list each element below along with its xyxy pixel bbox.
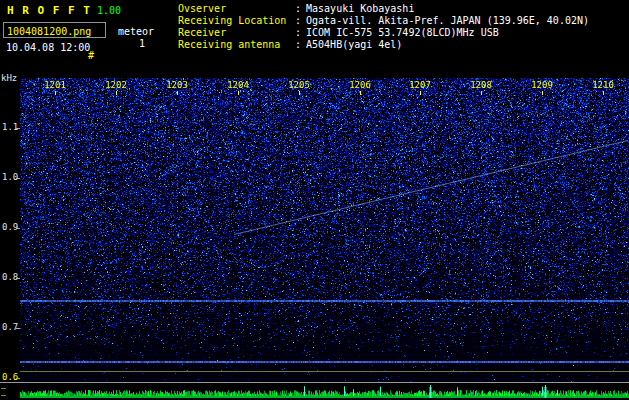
time-tick-label: 1203 (163, 80, 191, 90)
freq-tick (16, 378, 20, 379)
info-label: Receiver (178, 27, 295, 39)
app-version: 1.00 (97, 5, 121, 16)
time-tick-label: 1208 (467, 80, 495, 90)
hrofft-window: { "header": { "app_title": "H R O F F T"… (0, 0, 629, 400)
time-tick (360, 91, 361, 95)
time-tick (177, 91, 178, 95)
freq-tick (16, 178, 20, 179)
time-tick-label: 1204 (224, 80, 252, 90)
time-tick-label: 1207 (406, 80, 434, 90)
time-tick (55, 91, 56, 95)
info-value: A504HB(yagi 4el) (306, 39, 402, 51)
info-separator: : (295, 27, 301, 39)
info-separator: : (295, 3, 301, 15)
datetime-label: 10.04.08 12:00 (6, 42, 90, 53)
info-label: Receiving Location (178, 15, 295, 27)
station-info: Ovserver:Masayuki Kobayashi Receiving Lo… (178, 3, 628, 51)
time-tick (116, 91, 117, 95)
info-separator: : (295, 15, 301, 27)
info-row-antenna: Receiving antenna:A504HB(yagi 4el) (178, 39, 628, 51)
info-value: Masayuki Kobayashi (306, 3, 414, 15)
time-tick-label: 1201 (41, 80, 69, 90)
info-label: Ovserver (178, 3, 295, 15)
info-row-observer: Ovserver:Masayuki Kobayashi (178, 3, 628, 15)
header: H R O F F T 1.00 1004081200.png meteor 1… (0, 0, 629, 72)
time-tick (299, 91, 300, 95)
filename-label: 1004081200.png (4, 26, 91, 37)
filename-box: 1004081200.png (3, 22, 106, 38)
time-tick-label: 1210 (589, 80, 617, 90)
spectrogram-canvas (20, 78, 629, 383)
time-tick-label: 1205 (285, 80, 313, 90)
meteor-label: meteor (118, 26, 154, 37)
info-label: Receiving antenna (178, 39, 295, 51)
time-tick (420, 91, 421, 95)
info-separator: : (295, 39, 301, 51)
info-row-receiver: Receiver:ICOM IC-575 53.7492(8LCD)MHz US… (178, 27, 628, 39)
freq-tick (16, 128, 20, 129)
time-tick-label: 1209 (528, 80, 556, 90)
time-tick-label: 1202 (102, 80, 130, 90)
freq-tick (16, 228, 20, 229)
app-title: H R O F F T (7, 4, 91, 17)
time-tick (481, 91, 482, 95)
time-tick (603, 91, 604, 95)
time-tick (238, 91, 239, 95)
info-value: ICOM IC-575 53.7492(8LCD)MHz USB (306, 27, 499, 39)
signal-meter-canvas (0, 383, 629, 400)
info-row-location: Receiving Location:Ogata-vill. Akita-Pre… (178, 15, 628, 27)
time-tick (542, 91, 543, 95)
freq-tick (16, 278, 20, 279)
freq-unit-label: kHz (1, 73, 17, 84)
freq-tick (16, 328, 20, 329)
time-tick-label: 1206 (346, 80, 374, 90)
info-value: Ogata-vill. Akita-Pref. JAPAN (139.96E, … (306, 15, 589, 27)
meteor-hash-mark: # (88, 50, 94, 61)
meteor-count: 1 (139, 38, 145, 49)
